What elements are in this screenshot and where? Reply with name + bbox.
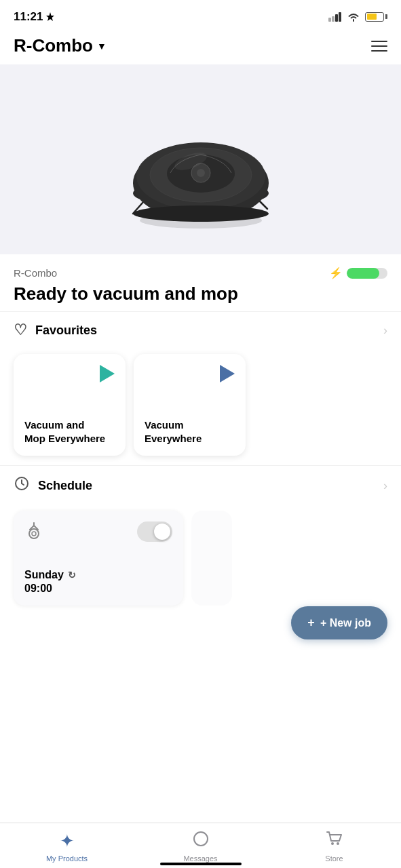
- time-display: 11:21: [14, 10, 43, 24]
- schedule-time: 09:00: [24, 583, 172, 595]
- tab-messages-label: Messages: [183, 854, 217, 863]
- card-label: Vacuum Everywhere: [145, 418, 235, 445]
- favourites-label: Favourites: [35, 323, 97, 338]
- chevron-right-icon: ›: [383, 323, 387, 338]
- robot-image: [113, 88, 289, 237]
- card-label: Vacuum andMop Everywhere: [24, 418, 115, 445]
- schedule-info: Sunday ↻ 09:00: [24, 569, 172, 595]
- device-name-label: R-Combo: [14, 267, 57, 279]
- schedule-day: Sunday ↻: [24, 569, 172, 581]
- vacuum-schedule-icon: [24, 521, 43, 545]
- schedule-card[interactable]: Sunday ↻ 09:00: [14, 511, 183, 606]
- header: R-Combo ▼: [0, 30, 401, 64]
- svg-point-17: [29, 529, 39, 538]
- cart-icon: [326, 830, 343, 852]
- device-info: R-Combo ⚡ Ready to vacuum and mop: [0, 254, 401, 311]
- schedule-section: Schedule ›: [0, 465, 401, 653]
- robot-image-area: [0, 64, 401, 254]
- play-icon: [220, 365, 235, 382]
- schedule-toggle[interactable]: [137, 521, 172, 542]
- favourites-section-header[interactable]: ♡ Favourites ›: [0, 311, 401, 349]
- svg-rect-2: [335, 14, 338, 22]
- plus-icon: +: [307, 616, 315, 630]
- tab-store-label: Store: [325, 854, 343, 863]
- svg-rect-3: [339, 12, 341, 22]
- new-job-label: + New job: [320, 617, 371, 629]
- tab-bar: ✦ My Products Messages Store: [0, 823, 401, 868]
- chevron-down-icon: ▼: [97, 41, 107, 52]
- new-job-button[interactable]: + + New job: [291, 606, 387, 639]
- tab-my-products-label: My Products: [46, 854, 88, 863]
- schedule-label: Schedule: [38, 479, 92, 493]
- message-icon: [192, 830, 210, 852]
- battery-indicator: [365, 12, 387, 22]
- play-icon: [100, 365, 115, 382]
- schedule-card-partial: [191, 511, 232, 606]
- location-icon: [46, 12, 54, 22]
- heart-icon: ♡: [14, 321, 27, 339]
- repeat-icon: ↻: [68, 570, 76, 580]
- home-indicator: [160, 863, 242, 865]
- wifi-icon: [347, 12, 360, 22]
- device-status: Ready to vacuum and mop: [14, 283, 387, 304]
- svg-point-15: [133, 205, 269, 222]
- menu-button[interactable]: [371, 41, 387, 52]
- svg-rect-0: [328, 18, 331, 22]
- svg-point-13: [197, 169, 205, 177]
- svg-point-18: [32, 532, 36, 536]
- signal-icon: [328, 12, 342, 22]
- charging-icon: ⚡: [329, 267, 343, 279]
- clock-icon: [14, 475, 30, 496]
- vacuum-mop-card[interactable]: Vacuum andMop Everywhere: [14, 354, 126, 456]
- battery-bar: [347, 268, 387, 279]
- status-icons: [328, 12, 387, 22]
- svg-point-19: [194, 832, 208, 846]
- chevron-right-icon: ›: [383, 479, 387, 493]
- schedule-cards-area: Sunday ↻ 09:00 + + New job: [0, 505, 401, 653]
- svg-rect-1: [332, 16, 335, 22]
- status-bar: 11:21: [0, 0, 401, 30]
- schedule-section-header[interactable]: Schedule ›: [0, 465, 401, 505]
- favourites-cards: Vacuum andMop Everywhere Vacuum Everywhe…: [0, 349, 401, 465]
- svg-point-20: [331, 842, 334, 845]
- vacuum-card[interactable]: Vacuum Everywhere: [134, 354, 246, 456]
- sparkle-icon: ✦: [60, 831, 75, 852]
- tab-my-products[interactable]: ✦ My Products: [0, 831, 134, 863]
- tab-store[interactable]: Store: [267, 830, 401, 863]
- header-title[interactable]: R-Combo ▼: [14, 35, 107, 56]
- tab-messages[interactable]: Messages: [134, 830, 267, 863]
- status-time: 11:21: [14, 10, 54, 24]
- svg-point-21: [337, 842, 339, 845]
- app-title: R-Combo: [14, 35, 93, 56]
- device-battery: ⚡: [329, 267, 387, 279]
